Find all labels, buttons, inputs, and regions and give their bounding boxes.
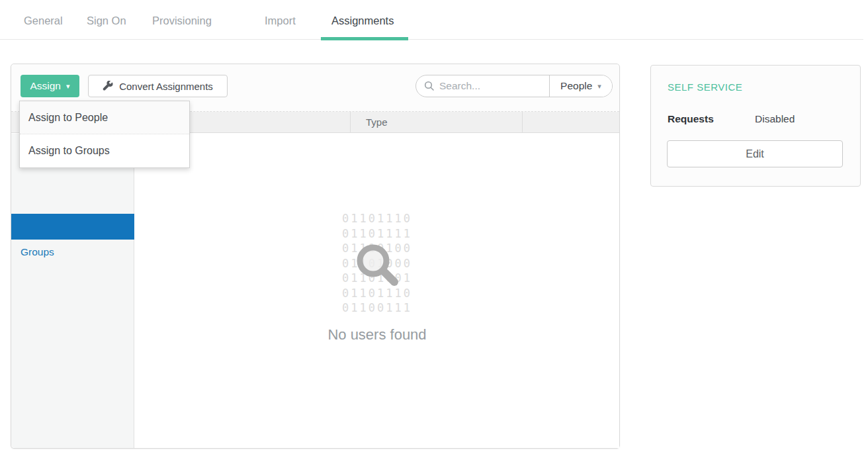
app-assignments-page: General Sign On Provisioning Import Assi… <box>0 0 868 454</box>
tab-bar-divider <box>0 39 863 40</box>
column-divider <box>350 112 351 133</box>
assignment-filter-nav: Groups <box>11 134 134 448</box>
tab-import[interactable]: Import <box>265 15 296 27</box>
self-service-title: SELF SERVICE <box>668 81 742 93</box>
search-input[interactable] <box>439 80 545 92</box>
convert-assignments-label: Convert Assignments <box>119 81 213 92</box>
search-box <box>416 75 549 97</box>
sidebar-item-groups[interactable]: Groups <box>11 240 134 265</box>
empty-state: 01101110 01101111 01110100 01101000 0110… <box>135 134 619 448</box>
assign-button[interactable]: Assign ▾ <box>21 75 79 97</box>
chevron-down-icon: ▾ <box>597 82 601 91</box>
search-scope-value: People <box>560 80 592 92</box>
column-header-type: Type <box>366 112 388 133</box>
self-service-panel: SELF SERVICE Requests Disabled Edit <box>650 65 861 187</box>
tab-sign-on[interactable]: Sign On <box>87 15 126 27</box>
wrench-icon <box>103 81 113 91</box>
convert-assignments-button[interactable]: Convert Assignments <box>88 75 228 97</box>
tab-assignments[interactable]: Assignments <box>331 15 394 27</box>
menu-item-assign-to-groups[interactable]: Assign to Groups <box>20 134 189 167</box>
requests-label: Requests <box>668 113 714 125</box>
menu-item-assign-to-people[interactable]: Assign to People <box>20 101 189 134</box>
search-scope-select[interactable]: People ▾ <box>549 75 612 97</box>
tab-provisioning[interactable]: Provisioning <box>152 15 212 27</box>
column-divider <box>522 112 523 133</box>
requests-status-value: Disabled <box>755 113 795 125</box>
assign-button-label: Assign <box>30 80 61 92</box>
assign-dropdown-menu: Assign to People Assign to Groups <box>19 101 190 168</box>
search-icon <box>424 81 435 91</box>
edit-button[interactable]: Edit <box>667 140 843 167</box>
assignments-body: Groups 01101110 01101111 01110100 011010… <box>11 134 619 448</box>
magnifier-icon <box>347 234 410 300</box>
tab-general[interactable]: General <box>24 15 63 27</box>
binary-line: 01101110 <box>135 211 619 226</box>
active-tab-underline <box>321 37 408 40</box>
binary-line: 01100111 <box>135 300 619 316</box>
empty-state-message: No users found <box>135 326 619 343</box>
chevron-down-icon: ▾ <box>66 83 70 90</box>
search-pill: People ▾ <box>415 75 613 97</box>
sidebar-item-people-selected[interactable] <box>11 214 134 240</box>
